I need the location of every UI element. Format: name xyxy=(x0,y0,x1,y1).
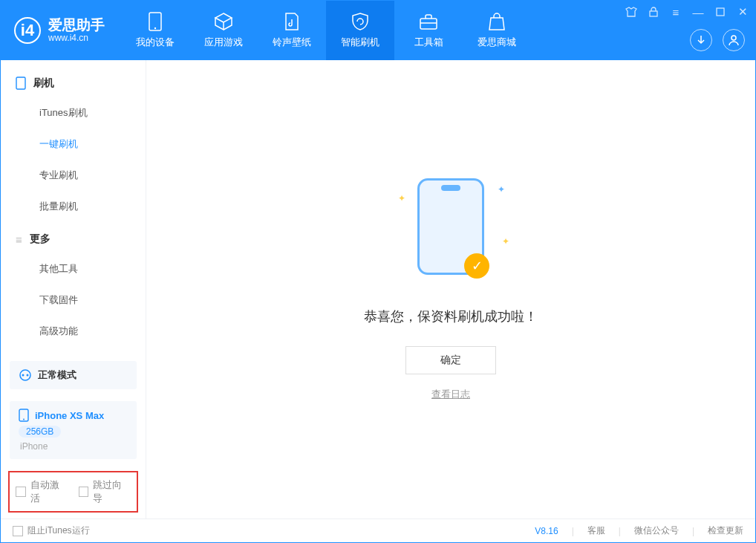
device-icon xyxy=(16,77,26,90)
device-type: iPhone xyxy=(19,441,48,452)
check-update-link[interactable]: 检查更新 xyxy=(708,524,743,537)
checkbox-auto-activate[interactable]: 自动激活 xyxy=(16,478,68,505)
svg-rect-7 xyxy=(16,77,25,89)
nav-ringtones-wallpapers[interactable]: 铃声壁纸 xyxy=(258,1,326,60)
device-card[interactable]: iPhone XS Max 256GB iPhone xyxy=(10,401,137,459)
shopping-bag-icon xyxy=(487,12,506,31)
maximize-icon[interactable] xyxy=(712,4,729,20)
svg-point-12 xyxy=(23,419,25,420)
nav-my-device[interactable]: 我的设备 xyxy=(121,1,189,60)
mode-icon xyxy=(19,368,32,382)
checkbox-label: 跳过向导 xyxy=(93,478,131,505)
sidebar-section-flash: 刷机 xyxy=(1,66,146,97)
svg-point-6 xyxy=(731,36,736,40)
success-message: 恭喜您，保资料刷机成功啦！ xyxy=(364,308,538,325)
sidebar-item-itunes-flash[interactable]: iTunes刷机 xyxy=(1,97,146,129)
menu-icon[interactable]: ≡ xyxy=(668,4,684,20)
sidebar-item-advanced[interactable]: 高级功能 xyxy=(1,316,146,347)
window-controls-top: ≡ — ✕ xyxy=(623,4,751,20)
svg-rect-5 xyxy=(717,8,724,16)
phone-illustration-icon: ✓ xyxy=(417,178,484,275)
logo-icon: i4 xyxy=(14,17,41,44)
checkbox-label: 阻止iTunes运行 xyxy=(27,524,90,537)
sidebar-item-download-firmware[interactable]: 下载固件 xyxy=(1,284,146,316)
nav-label: 智能刷机 xyxy=(341,36,379,49)
checkbox-skip-guide[interactable]: 跳过向导 xyxy=(79,478,131,505)
checkbox-icon xyxy=(79,487,89,497)
list-icon: ≡ xyxy=(16,233,22,246)
nav-label: 应用游戏 xyxy=(204,36,243,49)
checkbox-block-itunes[interactable]: 阻止iTunes运行 xyxy=(13,524,90,537)
section-title: 刷机 xyxy=(33,77,54,90)
music-file-icon xyxy=(282,12,302,31)
nav-apps-games[interactable]: 应用游戏 xyxy=(189,1,258,60)
main-content: ✓ ✦ ✦ ✦ 恭喜您，保资料刷机成功啦！ 确定 查看日志 xyxy=(146,60,755,518)
nav-label: 工具箱 xyxy=(414,36,443,49)
nav-label: 我的设备 xyxy=(136,36,175,49)
checkbox-label: 自动激活 xyxy=(30,478,68,505)
sidebar-item-batch-flash[interactable]: 批量刷机 xyxy=(1,191,146,222)
nav-label: 爱思商城 xyxy=(478,36,516,49)
svg-point-8 xyxy=(20,370,30,380)
svg-point-10 xyxy=(27,374,29,377)
nav-tabs: 我的设备 应用游戏 铃声壁纸 智能刷机 工具箱 爱思商城 xyxy=(121,1,531,60)
logo-area: i4 爱思助手 www.i4.cn xyxy=(1,1,121,60)
svg-point-1 xyxy=(154,27,156,29)
svg-rect-4 xyxy=(650,11,657,16)
device-name: iPhone XS Max xyxy=(35,410,104,421)
brand-url: www.i4.cn xyxy=(48,33,105,43)
sidebar: 刷机 iTunes刷机 一键刷机 专业刷机 批量刷机 ≡ 更多 其他工具 下载固… xyxy=(1,60,146,518)
section-title: 更多 xyxy=(30,233,50,246)
checkbox-icon xyxy=(16,487,26,497)
nav-store[interactable]: 爱思商城 xyxy=(463,1,531,60)
tshirt-icon[interactable] xyxy=(623,4,639,20)
titlebar: i4 爱思助手 www.i4.cn 我的设备 应用游戏 铃声壁纸 智能刷机 xyxy=(1,1,755,60)
cube-icon xyxy=(214,12,233,31)
nav-label: 铃声壁纸 xyxy=(273,36,311,49)
phone-icon xyxy=(19,409,29,422)
ok-button[interactable]: 确定 xyxy=(405,346,496,374)
download-button[interactable] xyxy=(690,29,712,51)
sparkle-icon: ✦ xyxy=(398,193,405,204)
support-link[interactable]: 客服 xyxy=(587,524,605,537)
mode-label: 正常模式 xyxy=(38,368,76,382)
check-badge-icon: ✓ xyxy=(464,253,489,279)
checkbox-icon xyxy=(13,526,23,536)
window-controls-mid xyxy=(690,29,745,51)
mode-card[interactable]: 正常模式 xyxy=(10,361,137,389)
close-icon[interactable]: ✕ xyxy=(734,4,751,20)
sidebar-item-one-click-flash[interactable]: 一键刷机 xyxy=(1,129,146,160)
nav-toolbox[interactable]: 工具箱 xyxy=(394,1,463,60)
svg-rect-2 xyxy=(420,19,437,29)
footer: 阻止iTunes运行 V8.16 | 客服 | 微信公众号 | 检查更新 xyxy=(1,518,755,542)
sparkle-icon: ✦ xyxy=(502,236,509,247)
sparkle-icon: ✦ xyxy=(498,184,505,195)
user-button[interactable] xyxy=(723,29,745,51)
device-storage: 256GB xyxy=(19,426,61,438)
view-log-link[interactable]: 查看日志 xyxy=(431,388,470,401)
nav-smart-flash[interactable]: 智能刷机 xyxy=(326,1,394,60)
minimize-icon[interactable]: — xyxy=(690,4,706,20)
highlighted-options-box: 自动激活 跳过向导 xyxy=(8,471,138,513)
toolbox-icon xyxy=(419,12,438,31)
svg-point-9 xyxy=(22,374,25,377)
shield-refresh-icon xyxy=(351,12,370,31)
sidebar-item-other-tools[interactable]: 其他工具 xyxy=(1,253,146,284)
phone-icon xyxy=(146,12,165,31)
lock-icon[interactable] xyxy=(645,4,662,20)
version-label: V8.16 xyxy=(535,526,558,536)
sidebar-item-pro-flash[interactable]: 专业刷机 xyxy=(1,160,146,191)
brand-name: 爱思助手 xyxy=(48,18,105,33)
sidebar-section-more: ≡ 更多 xyxy=(1,222,146,253)
success-illustration: ✓ ✦ ✦ ✦ xyxy=(417,178,484,275)
wechat-link[interactable]: 微信公众号 xyxy=(634,524,679,537)
